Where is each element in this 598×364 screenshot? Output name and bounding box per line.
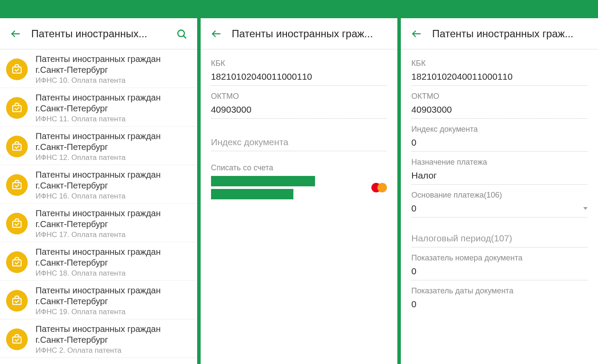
svg-rect-8 — [13, 260, 21, 266]
list-item-text: Патенты иностранных граждан г.Санкт-Пете… — [36, 285, 191, 316]
doc-index-label: Индекс документа — [411, 125, 588, 134]
list-item-text: Патенты иностранных граждан г.Санкт-Пете… — [36, 131, 191, 162]
page-title: Патенты иностранных... — [31, 28, 173, 40]
purpose-value: Налог — [411, 169, 588, 185]
list-item-subtitle: ИФНС 2. Оплата патента — [36, 346, 191, 355]
screen-form-2: Патенты иностранных граж... КБК 18210102… — [401, 0, 598, 364]
list-item-text: Патенты иностранных граждан г.Санкт-Пете… — [36, 324, 191, 355]
kbk-field[interactable]: КБК 18210102040011000110 — [411, 59, 588, 86]
list-item-subtitle: ИФНС 12. Оплата патента — [36, 153, 191, 162]
list-item[interactable]: Патенты иностранных граждан г.Санкт-Пете… — [0, 242, 197, 281]
list-item-text: Патенты иностранных граждан г.Санкт-Пете… — [36, 54, 191, 85]
oktmo-label: ОКТМО — [211, 92, 387, 101]
app-bar: Патенты иностранных граж... — [401, 18, 598, 49]
doc-number-indicator-field[interactable]: Показатель номера документа 0 — [411, 254, 588, 280]
page-title: Патенты иностранных граж... — [232, 28, 391, 40]
doc-index-field[interactable]: Индекс документа 0 — [411, 125, 588, 152]
list-item-title: Патенты иностранных граждан г.Санкт-Пете… — [36, 285, 191, 307]
status-bar — [401, 0, 598, 18]
purpose-field[interactable]: Назначение платежа Налог — [411, 158, 588, 185]
list-item[interactable]: Патенты иностранных граждан г.Санкт-Пете… — [0, 204, 197, 242]
basis-106-label: Основание платежа(106) — [411, 191, 588, 200]
arrow-left-icon — [411, 28, 422, 39]
doc-date-indicator-field[interactable]: Показатель даты документа 0 — [411, 286, 588, 313]
account-selector[interactable] — [211, 176, 387, 199]
doc-index-placeholder: Индекс документа — [211, 136, 387, 151]
list-item-subtitle: ИФНС 16. Оплата патента — [36, 192, 191, 201]
oktmo-value: 40903000 — [411, 104, 588, 119]
purpose-label: Назначение платежа — [411, 158, 588, 167]
status-bar — [0, 0, 197, 18]
list-item[interactable]: Патенты иностранных граждан г.Санкт-Пете… — [0, 319, 197, 358]
back-button[interactable] — [408, 25, 425, 42]
briefcase-check-icon — [6, 213, 28, 234]
oktmo-field[interactable]: ОКТМО 40903000 — [411, 92, 588, 119]
list-item[interactable]: Патенты иностранных граждан г.Санкт-Пете… — [0, 281, 197, 319]
svg-rect-9 — [13, 299, 21, 305]
list-item[interactable]: Патенты иностранных граждан г.Санкт-Пете… — [0, 127, 197, 165]
list-item-text: Патенты иностранных граждан г.Санкт-Пете… — [36, 169, 191, 201]
doc-index-field[interactable]: Индекс документа — [211, 136, 387, 151]
app-bar: Патенты иностранных... — [0, 18, 197, 49]
svg-rect-6 — [13, 183, 21, 189]
list-item-title: Патенты иностранных граждан г.Санкт-Пете… — [36, 92, 191, 114]
basis-106-field[interactable]: Основание платежа(106) 0 — [411, 191, 588, 218]
list-item-subtitle: ИФНС 19. Оплата патента — [36, 308, 191, 316]
list-item-title: Патенты иностранных граждан г.Санкт-Пете… — [36, 208, 191, 230]
page-title: Патенты иностранных граж... — [432, 28, 591, 40]
briefcase-check-icon — [6, 290, 28, 312]
chevron-down-icon — [583, 207, 588, 210]
briefcase-check-icon — [6, 174, 28, 196]
back-button[interactable] — [208, 25, 225, 42]
briefcase-check-icon — [6, 97, 28, 119]
list-item-title: Патенты иностранных граждан г.Санкт-Пете… — [36, 54, 191, 75]
search-button[interactable] — [173, 25, 190, 42]
briefcase-check-icon — [6, 58, 28, 80]
doc-number-indicator-label: Показатель номера документа — [411, 254, 588, 263]
list-item[interactable]: Патенты иностранных граждан г.Санкт-Пете… — [0, 88, 197, 127]
list-item[interactable]: Патенты иностранных граждан г.Санкт-Пете… — [0, 358, 197, 364]
kbk-value: 18210102040011000110 — [211, 71, 387, 86]
doc-date-indicator-value: 0 — [411, 298, 588, 313]
account-label: Списать со счета — [211, 163, 387, 172]
list-item-title: Патенты иностранных граждан г.Санкт-Пете… — [36, 131, 191, 153]
basis-106-value: 0 — [411, 202, 588, 218]
svg-line-2 — [183, 36, 185, 38]
period-107-field[interactable]: Налоговый период(107) — [411, 232, 588, 247]
list-item-title: Патенты иностранных граждан г.Санкт-Пете… — [36, 362, 191, 364]
kbk-label: КБК — [211, 59, 387, 68]
oktmo-field[interactable]: ОКТМО 40903000 — [211, 92, 387, 119]
list-item-title: Патенты иностранных граждан г.Санкт-Пете… — [36, 247, 191, 268]
list-item[interactable]: Патенты иностранных граждан г.Санкт-Пете… — [0, 49, 197, 88]
arrow-left-icon — [10, 28, 21, 39]
list-item-subtitle: ИФНС 18. Оплата патента — [36, 269, 191, 278]
briefcase-check-icon — [6, 328, 28, 350]
kbk-field[interactable]: КБК 18210102040011000110 — [211, 59, 387, 86]
arrow-left-icon — [211, 28, 222, 39]
screen-list: Патенты иностранных... Патенты иностранн… — [0, 0, 197, 364]
kbk-label: КБК — [411, 59, 588, 68]
doc-number-indicator-value: 0 — [411, 265, 588, 280]
list-item-subtitle: ИФНС 17. Оплата патента — [36, 231, 191, 239]
svg-rect-10 — [13, 337, 21, 343]
screen-form-1: Патенты иностранных граж... КБК 18210102… — [201, 0, 398, 364]
svg-rect-5 — [13, 144, 21, 150]
mastercard-icon — [371, 182, 387, 193]
list-item-title: Патенты иностранных граждан г.Санкт-Пете… — [36, 324, 191, 345]
app-bar: Патенты иностранных граж... — [201, 18, 398, 49]
period-107-placeholder: Налоговый период(107) — [411, 232, 588, 247]
list-item[interactable]: Патенты иностранных граждан г.Санкт-Пете… — [0, 165, 197, 204]
oktmo-value: 40903000 — [211, 104, 387, 119]
status-bar — [201, 0, 398, 18]
list-item-text: Патенты иностранных граждан г.Санкт-Пете… — [36, 247, 191, 278]
list-item-subtitle: ИФНС 10. Оплата патента — [36, 76, 191, 85]
doc-date-indicator-label: Показатель даты документа — [411, 286, 588, 296]
list-item-subtitle: ИФНС 11. Оплата патента — [36, 115, 191, 124]
svg-rect-3 — [13, 67, 21, 73]
back-button[interactable] — [7, 25, 24, 42]
list-item-text: Патенты иностранных граждан г.Санкт-Пете… — [36, 362, 191, 364]
list-item-text: Патенты иностранных граждан г.Санкт-Пете… — [36, 92, 191, 124]
oktmo-label: ОКТМО — [411, 92, 588, 101]
card-redacted — [211, 176, 315, 199]
briefcase-check-icon — [6, 251, 28, 273]
